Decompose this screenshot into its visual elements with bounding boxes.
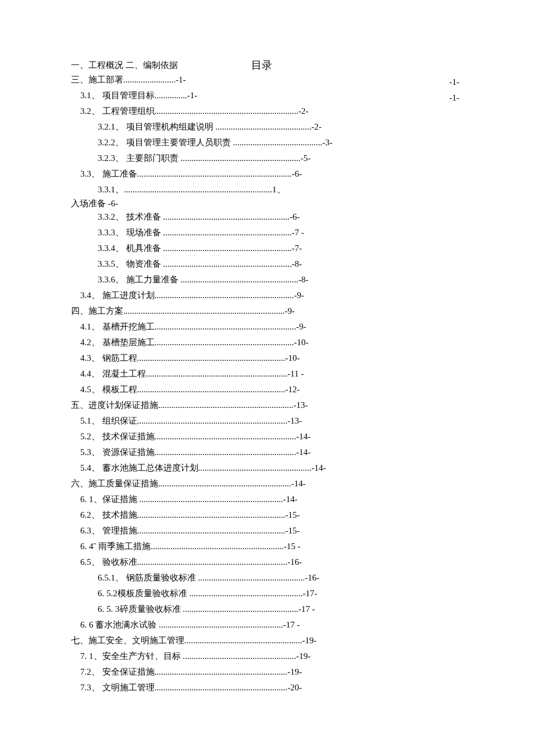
toc-label: 4.1、 基槽开挖施工 [80,322,155,331]
toc-line: 7.3、 文明施工管理.............................… [71,680,459,696]
toc-line: 4.2、 基槽垫层施工.............................… [71,335,459,350]
toc-page: -2- [298,106,309,116]
toc-page: -5- [301,153,311,163]
toc-dots: ........................................… [137,385,286,394]
toc-page: -10- [286,353,300,363]
toc-label: 5.3、 资源保证措施 [80,447,155,457]
toc-page: -7 - [292,228,304,237]
toc-label: 3.3.2、 技术准备 [98,212,163,221]
toc-dots: ........................................… [123,306,285,316]
toc-line: 4.3、 钢筋工程...............................… [71,350,459,366]
toc-dots: ........................................… [183,651,296,661]
toc-label: 6. 5.2模板质量验收标准 [98,589,190,598]
toc-page: -16- [287,557,302,567]
toc-dots: ........................................… [155,683,288,692]
toc-dots: ........................................… [216,122,312,131]
toc-line: 3.3.4、 机具准备 ............................… [71,241,459,256]
toc-label: 入场准备 -6- [71,199,118,208]
title-left-text: 一、工程概况 二、编制依据 [71,60,178,70]
toc-dots: ........................................… [163,228,292,237]
toc-dots: ........................................… [181,153,301,163]
toc-dots: ........................................… [151,542,284,551]
toc-label: 3.3.4、 机具准备 [98,243,163,253]
toc-line: 6.3、 管理措施...............................… [71,523,459,539]
toc-line: 6. 5.2模板质量验收标准 .........................… [71,586,459,601]
toc-dots: ........................................… [139,495,283,504]
toc-dots: ........................................… [155,338,294,347]
toc-label: 5.2、 技术保证措施 [80,432,155,441]
toc-dots: ........................................… [137,557,288,567]
toc-dots: ........................................… [155,447,297,457]
toc-label: 3.3.3、 现场准备 [98,228,163,237]
toc-dots: ........................................… [137,526,286,535]
toc-line: 4.1、 基槽开挖施工.............................… [71,319,459,335]
toc-label: 3.2、 工程管理组织 [80,106,155,116]
toc-dots: ........................................… [163,212,290,221]
toc-label: 6.5.1、 钢筋质量验收标准 [98,573,198,582]
toc-page: -17 - [298,604,315,614]
toc-dots: ........................................… [159,620,283,629]
toc-line: 7. 1、安全生产方针、目标 .........................… [71,648,459,664]
toc-page: -13- [294,400,308,410]
toc-page: 1、 [272,185,286,194]
toc-line: 七、施工安全、文明施工管理...........................… [71,633,459,648]
toc-line: 入场准备 -6- [71,198,459,209]
toc-page: -14- [312,463,326,472]
toc-label: 3.3、 施工准备 [80,169,137,178]
toc-dots: ........................................… [183,604,298,614]
toc-label: 5.4、 蓄水池施工总体进度计划 [80,463,198,472]
toc-container: 三、施工部署........................-1-3.1、 项目… [71,72,459,696]
toc-label: 7. 1、安全生产方针、目标 [80,651,183,661]
toc-label: 6.2、 技术措施 [80,510,137,519]
toc-label: 3.2.1、 项目管理机构组建说明 [98,122,216,131]
toc-dots: ........................................… [198,463,312,472]
toc-page: -15 - [284,542,301,551]
document-page: 一、工程概况 二、编制依据 目录 -1- -1- 三、施工部署.........… [0,0,535,756]
toc-dots: ........................................… [190,589,303,598]
toc-line: 5.3、 资源保证措施.............................… [71,445,459,460]
title-center-text: 目录 [251,58,272,72]
toc-page: -14- [283,495,298,504]
toc-page: -7- [292,243,302,253]
toc-label: 4.5、 模板工程 [80,385,137,394]
toc-label: 6. 1、保证措施 [80,495,139,504]
toc-dots: ........................................… [181,275,299,284]
toc-page: -17- [303,589,318,598]
toc-line: 5.2、 技术保证措施.............................… [71,429,459,445]
toc-label: 6.3、 管理措施 [80,526,137,535]
toc-line: 6. 4ˆ 雨季施工措施............................… [71,539,459,554]
toc-page: -9- [285,306,295,316]
toc-dots: ........................................… [155,667,288,676]
toc-page: -8- [292,259,302,268]
toc-page: -20- [287,683,302,692]
toc-dots: ........................................… [163,243,292,253]
toc-dots: ............... [155,91,187,100]
toc-label: 3.2.2、 项目管理主要管理人员职责 [98,138,233,147]
toc-dots: ........................................… [163,259,292,268]
toc-page: -1- [176,75,186,84]
toc-page: -11 - [287,369,304,378]
toc-line: 3.4、 施工进度计划.............................… [71,288,459,303]
toc-label: 3.3.5、 物资准备 [98,259,163,268]
toc-label: 3.2.3、 主要部门职责 [98,153,181,163]
toc-page: -6- [292,169,302,178]
toc-line: 六、施工质量保证措施..............................… [71,476,459,492]
toc-page: -3- [322,138,333,147]
toc-page: -17 - [283,620,300,629]
toc-page: -14- [296,432,311,441]
toc-label: 7.3、 文明施工管理 [80,683,155,692]
toc-line: 3.2、 工程管理组织.............................… [71,103,459,119]
toc-dots: ........................................… [233,138,323,147]
toc-dots: ........................................… [146,369,288,378]
toc-line: 3.3.6、 施工力量准备 ..........................… [71,272,459,288]
toc-dots: ........................................… [137,510,286,519]
toc-line: 3.2.1、 项目管理机构组建说明 ......................… [71,119,459,135]
toc-line: 6. 6 蓄水池满水试验 ...........................… [71,617,459,633]
toc-page: -19- [296,651,311,661]
toc-label: 6. 6 蓄水池满水试验 [80,620,159,629]
toc-line: 3.3.3、 现场准备 ............................… [71,225,459,241]
toc-page: -10- [294,338,309,347]
toc-line: 6.2、 技术措施...............................… [71,507,459,523]
toc-page: -16- [305,573,319,582]
toc-page: -12- [286,385,300,394]
